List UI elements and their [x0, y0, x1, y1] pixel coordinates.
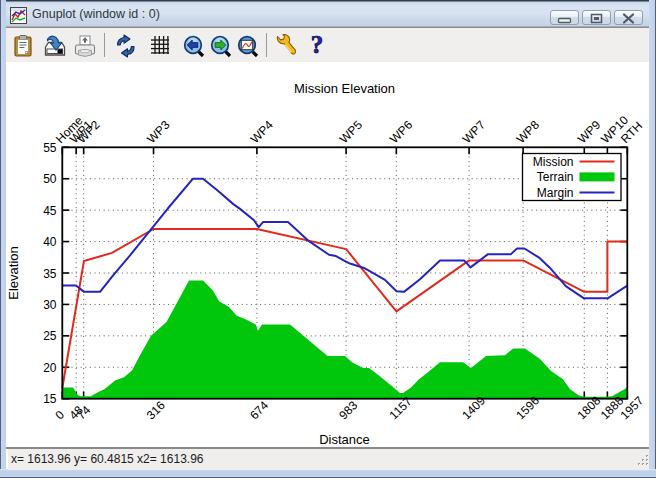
svg-text:40: 40: [43, 235, 57, 249]
svg-text:WP3: WP3: [144, 118, 173, 147]
svg-text:0: 0: [53, 407, 68, 422]
svg-text:35: 35: [43, 267, 57, 281]
svg-text:WP7: WP7: [460, 118, 489, 147]
svg-text:Mission: Mission: [533, 155, 574, 169]
svg-text:55: 55: [43, 141, 57, 155]
svg-text:Mission Elevation: Mission Elevation: [294, 81, 395, 96]
svg-text:50: 50: [43, 172, 57, 186]
svg-text:15: 15: [43, 392, 57, 406]
svg-text:Distance: Distance: [319, 432, 370, 447]
svg-text:30: 30: [43, 298, 57, 312]
svg-text:WP9: WP9: [575, 118, 604, 147]
svg-text:983: 983: [336, 398, 360, 422]
svg-text:WP4: WP4: [248, 118, 277, 147]
svg-text:WP8: WP8: [514, 118, 543, 147]
svg-text:45: 45: [43, 204, 57, 218]
svg-text:316: 316: [144, 398, 168, 422]
svg-text:WP6: WP6: [387, 118, 416, 147]
svg-text:WP5: WP5: [337, 118, 366, 147]
svg-text:Margin: Margin: [537, 186, 574, 200]
svg-text:20: 20: [43, 361, 57, 375]
svg-text:25: 25: [43, 329, 57, 343]
svg-text:Terrain: Terrain: [537, 170, 574, 184]
svg-text:674: 674: [247, 398, 271, 422]
svg-text:Elevation: Elevation: [6, 246, 21, 299]
